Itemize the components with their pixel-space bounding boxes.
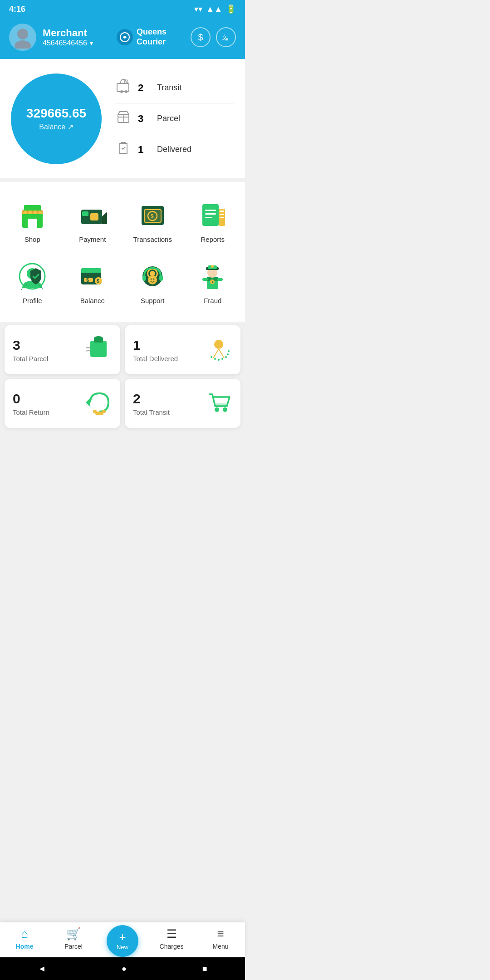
translate-button[interactable]: 文 A (216, 27, 236, 47)
total-return-number: 0 (13, 391, 49, 407)
total-return-icon (85, 389, 112, 418)
avatar (9, 24, 36, 51)
parcel-stat: 3 Parcel (115, 103, 234, 134)
parcel-label: Parcel (157, 114, 180, 123)
reports-icon (197, 199, 229, 231)
merchant-phone[interactable]: 45646546456 ▾ (43, 39, 110, 47)
grid-menu: Shop Payment $ Transactions (0, 182, 245, 322)
delivery-stats: + 2 Transit 3 Parcel (115, 73, 234, 165)
reports-label: Reports (201, 235, 225, 243)
menu-item-profile[interactable]: Profile (5, 254, 60, 311)
total-delivered-number: 1 (133, 338, 178, 353)
balance-label: Balance ↗ (39, 122, 73, 131)
svg-point-79 (100, 412, 103, 415)
signal-icon: ▲▲ (206, 5, 222, 14)
shop-icon (16, 199, 48, 231)
total-parcel-number: 3 (13, 338, 48, 353)
menu-item-support[interactable]: Support (125, 254, 181, 311)
svg-point-69 (218, 359, 220, 361)
delivered-label: Delivered (157, 145, 191, 154)
svg-point-70 (221, 358, 223, 360)
status-icons: ▾▾ ▲▲ 🔋 (194, 4, 236, 14)
stats-grid: 3 Total Parcel 1 Total Delivered (0, 325, 245, 428)
svg-text:★: ★ (211, 280, 214, 284)
menu-item-reports[interactable]: Reports (185, 193, 241, 250)
menu-item-shop[interactable]: Shop (5, 193, 60, 250)
transit-icon: + (115, 79, 132, 97)
total-return-label: Total Return (13, 408, 49, 416)
parcel-icon (115, 110, 132, 127)
svg-point-73 (228, 350, 230, 352)
svg-rect-30 (205, 210, 216, 211)
menu-item-balance[interactable]: $ $ Balance (65, 254, 121, 311)
svg-rect-34 (220, 214, 224, 215)
menu-item-payment[interactable]: Payment (65, 193, 121, 250)
total-transit-label: Total Transit (133, 408, 170, 416)
svg-text:$: $ (86, 277, 89, 283)
merchant-info: Merchant 45646546456 ▾ (43, 27, 110, 47)
header-actions: $ 文 A (191, 27, 236, 47)
support-icon (137, 260, 168, 292)
delivered-stat: 1 Delivered (115, 134, 234, 165)
balance-amount: 329665.65 (26, 106, 86, 121)
transactions-label: Transactions (133, 235, 172, 243)
svg-point-80 (215, 407, 219, 412)
courier-info: QueensCourier (117, 27, 184, 47)
total-return-card[interactable]: 0 Total Return (5, 379, 120, 428)
svg-point-72 (227, 353, 229, 355)
svg-point-52 (150, 278, 152, 279)
payment-label: Payment (79, 235, 106, 243)
balance-circle[interactable]: 329665.65 Balance ↗ (11, 74, 102, 164)
courier-name: QueensCourier (137, 27, 167, 47)
svg-text:+: + (125, 80, 127, 83)
menu-item-fraud[interactable]: ★ Fraud (185, 254, 241, 311)
svg-text:$: $ (97, 279, 99, 284)
svg-rect-32 (205, 217, 212, 218)
total-delivered-label: Total Delivered (133, 355, 178, 363)
svg-point-6 (120, 90, 123, 93)
svg-rect-23 (82, 211, 88, 216)
phone-dropdown-icon[interactable]: ▾ (90, 39, 93, 47)
profile-icon (16, 260, 48, 292)
total-delivered-card[interactable]: 1 Total Delivered (125, 325, 240, 374)
status-bar: 4:16 ▾▾ ▲▲ 🔋 (0, 0, 245, 18)
svg-marker-74 (86, 398, 90, 407)
delivered-icon (115, 141, 132, 158)
svg-point-67 (211, 356, 212, 358)
total-transit-card[interactable]: 2 Total Transit (125, 379, 240, 428)
svg-point-53 (153, 278, 154, 279)
svg-point-0 (17, 29, 28, 39)
transactions-icon: $ (137, 199, 168, 231)
header: Merchant 45646546456 ▾ QueensCourier $ 文… (0, 18, 245, 59)
total-transit-number: 2 (133, 391, 170, 407)
svg-point-71 (225, 356, 227, 358)
svg-rect-63 (217, 278, 223, 281)
svg-text:$: $ (151, 213, 154, 220)
svg-rect-31 (205, 213, 216, 215)
svg-point-51 (148, 275, 157, 284)
fraud-icon: ★ (197, 260, 229, 292)
svg-text:A: A (225, 37, 229, 42)
svg-rect-49 (142, 275, 146, 281)
balance-section: 329665.65 Balance ↗ + 2 Transit (0, 59, 245, 178)
svg-point-59 (211, 265, 214, 268)
total-transit-icon (205, 389, 232, 418)
support-label: Support (141, 297, 165, 304)
svg-rect-28 (202, 204, 219, 226)
svg-rect-33 (220, 211, 224, 212)
merchant-name: Merchant (43, 27, 110, 39)
balance-icon: $ $ (77, 260, 108, 292)
svg-point-1 (15, 40, 31, 49)
total-parcel-card[interactable]: 3 Total Parcel (5, 325, 120, 374)
dollar-button[interactable]: $ (191, 27, 211, 47)
fraud-label: Fraud (204, 297, 221, 304)
menu-item-transactions[interactable]: $ Transactions (125, 193, 181, 250)
courier-logo-icon (117, 29, 133, 45)
svg-rect-62 (202, 278, 208, 281)
svg-rect-82 (215, 403, 228, 407)
total-parcel-label: Total Parcel (13, 355, 48, 363)
svg-point-68 (214, 358, 216, 360)
battery-icon: 🔋 (226, 4, 236, 14)
svg-rect-64 (90, 341, 107, 357)
shop-label: Shop (24, 235, 40, 243)
